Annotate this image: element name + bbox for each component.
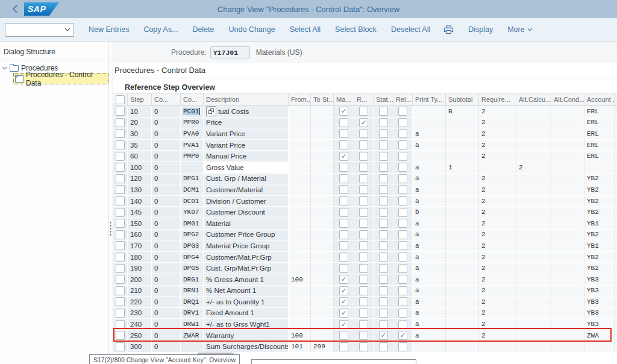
cell-ma[interactable] [334, 207, 354, 218]
cell-subtotal[interactable] [446, 140, 479, 151]
cell-description[interactable]: Fixed Amount 1 [204, 308, 289, 319]
cell-account[interactable]: YB2 [584, 184, 615, 195]
cell-to[interactable] [311, 174, 334, 184]
cell-from[interactable] [289, 230, 311, 240]
cell-counter[interactable]: 0 [152, 263, 181, 274]
ma-checkbox[interactable] [339, 253, 348, 262]
cell-counter[interactable]: 0 [152, 274, 181, 285]
cell-alt_calcu[interactable] [516, 218, 551, 229]
cell-alt_cond[interactable] [551, 341, 584, 352]
cell-ma[interactable] [334, 252, 354, 263]
cell-ctype[interactable]: DRG1 [181, 274, 204, 285]
cell-ma[interactable] [334, 162, 354, 173]
cell-sel[interactable] [113, 263, 128, 274]
cell-ma[interactable] [334, 174, 354, 184]
row-select-checkbox[interactable] [116, 185, 125, 194]
ma-checkbox[interactable] [339, 241, 348, 250]
select-all-checkbox[interactable] [116, 95, 125, 104]
stat-checkbox[interactable] [379, 152, 388, 161]
cell-to[interactable] [311, 106, 334, 117]
cell-ma[interactable]: ✓ [334, 297, 354, 307]
cell-stat[interactable] [374, 118, 393, 128]
cell-r[interactable] [354, 330, 374, 341]
cell-print_ty[interactable] [413, 106, 446, 117]
cell-alt_cond[interactable] [551, 128, 584, 139]
ma-checkbox[interactable] [339, 230, 348, 239]
cell-description[interactable]: % Net Amount 1 [204, 286, 289, 297]
toolbar-button-select-block[interactable]: Select Block [335, 25, 377, 34]
cell-print_ty[interactable]: a [413, 184, 446, 195]
cell-counter[interactable]: 0 [152, 162, 181, 173]
cell-from[interactable] [289, 196, 311, 207]
cell-stat[interactable] [374, 196, 393, 207]
row-select-checkbox[interactable] [116, 152, 125, 161]
cell-ma[interactable] [334, 240, 354, 251]
cell-to[interactable] [311, 128, 334, 139]
cell-step[interactable]: 220 [128, 297, 152, 307]
cell-ctype[interactable]: PVA1 [181, 140, 204, 151]
cell-account[interactable]: YB2 [584, 263, 615, 274]
cell-rel[interactable] [393, 274, 413, 285]
cell-r[interactable] [354, 196, 374, 207]
rel-checkbox[interactable] [398, 286, 407, 295]
rel-checkbox[interactable] [398, 185, 407, 194]
cell-ctype[interactable]: PPR0 [181, 118, 204, 128]
cell-account[interactable]: ERL [584, 151, 615, 162]
cell-from[interactable] [289, 218, 311, 229]
cell-print_ty[interactable]: a [413, 286, 446, 297]
cell-print_ty[interactable]: a [413, 297, 446, 307]
cell-subtotal[interactable] [446, 240, 479, 251]
cell-require[interactable]: 2 [479, 240, 516, 251]
cell-account[interactable]: ERL [584, 128, 615, 139]
rel-checkbox[interactable] [398, 152, 407, 161]
cell-step[interactable]: 240 [128, 319, 152, 330]
cell-alt_cond[interactable] [551, 196, 584, 207]
cell-subtotal[interactable] [446, 341, 479, 352]
cell-ctype[interactable]: DM01 [181, 218, 204, 229]
cell-to[interactable] [311, 118, 334, 128]
cell-step[interactable]: 35 [128, 140, 152, 151]
cell-r[interactable] [354, 151, 374, 162]
cell-from[interactable] [289, 252, 311, 263]
cell-description[interactable]: Variant Price [204, 128, 289, 139]
cell-step[interactable]: 180 [128, 252, 152, 263]
splitter-grip-icon[interactable] [110, 221, 111, 236]
cell-account[interactable]: YB2 [584, 207, 615, 218]
r-checkbox[interactable] [359, 297, 368, 306]
cell-print_ty[interactable]: a [413, 319, 446, 330]
cell-require[interactable]: 2 [479, 128, 516, 139]
cell-print_ty[interactable]: b [413, 207, 446, 218]
cell-alt_calcu[interactable] [516, 319, 551, 330]
cell-ctype[interactable]: DPG2 [181, 230, 204, 240]
ma-checkbox[interactable] [339, 196, 348, 206]
cell-from[interactable] [289, 174, 311, 184]
cell-r[interactable]: ✓ [354, 118, 374, 128]
cell-r[interactable] [354, 341, 374, 352]
cell-subtotal[interactable] [446, 230, 479, 240]
cell-r[interactable] [354, 218, 374, 229]
cell-require[interactable]: 2 [479, 286, 516, 297]
cell-require[interactable]: 2 [479, 106, 516, 117]
cell-account[interactable]: YB1 [584, 240, 615, 251]
column-header-description[interactable]: Description [204, 93, 289, 105]
stat-checkbox[interactable] [379, 230, 388, 239]
r-checkbox[interactable] [359, 342, 368, 351]
cell-description[interactable]: Price [204, 118, 289, 128]
cell-subtotal[interactable] [446, 184, 479, 195]
cell-r[interactable] [354, 207, 374, 218]
cell-ma[interactable] [334, 341, 354, 352]
stat-checkbox[interactable] [379, 309, 388, 318]
cell-rel[interactable]: ✓ [393, 330, 413, 341]
r-checkbox[interactable] [359, 163, 368, 172]
cell-account[interactable]: YB1 [584, 218, 615, 229]
r-checkbox[interactable] [359, 275, 368, 284]
cell-subtotal[interactable] [446, 297, 479, 307]
cell-counter[interactable]: 0 [152, 151, 181, 162]
rel-checkbox[interactable] [398, 174, 407, 183]
cell-sel[interactable] [113, 341, 128, 352]
cell-from[interactable]: 100 [289, 274, 311, 285]
cell-to[interactable]: 299 [311, 341, 334, 352]
column-header-to[interactable]: To St... [311, 93, 334, 105]
cell-print_ty[interactable]: a [413, 308, 446, 319]
column-header-alt_calcu[interactable]: Alt.Calcu... [516, 93, 551, 105]
